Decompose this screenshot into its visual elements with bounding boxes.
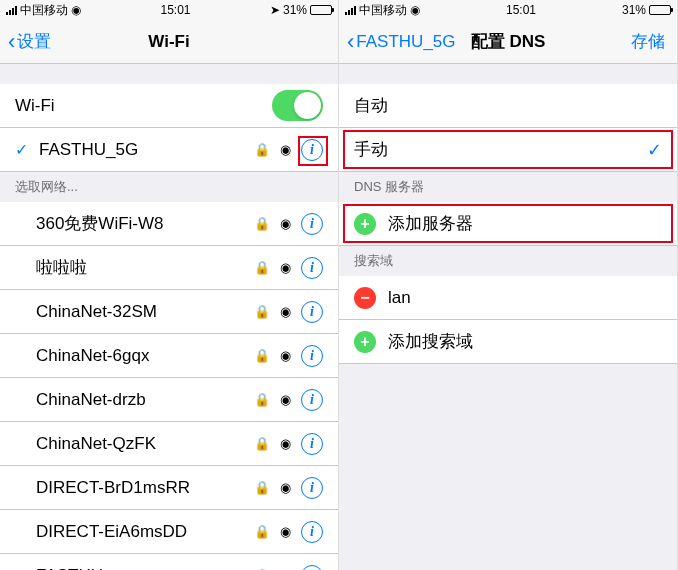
add-domain-label: 添加搜索域 xyxy=(388,330,662,353)
dns-servers-header: DNS 服务器 xyxy=(339,172,677,202)
carrier-label: 中国移动 xyxy=(20,2,68,19)
wifi-settings-screen: 中国移动 ◉ 15:01 ➤ 31% ‹ 设置 Wi-Fi Wi-Fi ✓ FA… xyxy=(0,0,339,570)
wifi-icon: ◉ xyxy=(280,436,291,451)
info-icon[interactable]: i xyxy=(301,257,323,279)
signal-icon xyxy=(345,5,356,15)
nav-bar: ‹ 设置 Wi-Fi xyxy=(0,20,338,64)
save-button[interactable]: 存储 xyxy=(631,30,665,53)
network-name: DIRECT-EiA6msDD xyxy=(36,522,254,542)
info-icon[interactable]: i xyxy=(301,521,323,543)
back-button[interactable]: ‹ FASTHU_5G xyxy=(347,31,456,53)
network-name: 360免费WiFi-W8 xyxy=(36,212,254,235)
wifi-toggle[interactable] xyxy=(272,90,323,121)
info-icon[interactable]: i xyxy=(301,139,323,161)
wifi-toggle-row[interactable]: Wi-Fi xyxy=(0,84,338,128)
manual-label: 手动 xyxy=(354,138,647,161)
domain-label: lan xyxy=(388,288,662,308)
lock-icon: 🔒 xyxy=(254,480,270,495)
wifi-status-icon: ◉ xyxy=(410,3,420,17)
add-icon: + xyxy=(354,331,376,353)
battery-icon xyxy=(310,5,332,15)
network-row[interactable]: DIRECT-BrD1msRR 🔒◉i xyxy=(0,466,338,510)
dns-manual-row[interactable]: 手动 ✓ xyxy=(339,128,677,172)
battery-percent: 31% xyxy=(622,3,646,17)
status-bar: 中国移动 ◉ 15:01 ➤ 31% xyxy=(0,0,338,20)
remove-icon[interactable]: − xyxy=(354,287,376,309)
network-name: FASTHU xyxy=(36,566,254,571)
wifi-icon: ◉ xyxy=(280,480,291,495)
time-label: 15:01 xyxy=(506,3,536,17)
search-domain-row[interactable]: − lan xyxy=(339,276,677,320)
connected-network-row[interactable]: ✓ FASTHU_5G 🔒 ◉ i xyxy=(0,128,338,172)
content: 自动 手动 ✓ DNS 服务器 + 添加服务器 搜索域 − lan + 添加搜索… xyxy=(339,64,677,570)
chevron-left-icon: ‹ xyxy=(347,31,354,53)
network-row[interactable]: DIRECT-EiA6msDD 🔒◉i xyxy=(0,510,338,554)
network-row[interactable]: ChinaNet-QzFK 🔒◉i xyxy=(0,422,338,466)
checkmark-icon: ✓ xyxy=(15,140,35,159)
content: Wi-Fi ✓ FASTHU_5G 🔒 ◉ i 选取网络... 360免费WiF… xyxy=(0,64,338,570)
add-search-domain-row[interactable]: + 添加搜索域 xyxy=(339,320,677,364)
add-server-label: 添加服务器 xyxy=(388,212,662,235)
checkmark-icon: ✓ xyxy=(647,139,662,161)
info-icon[interactable]: i xyxy=(301,213,323,235)
choose-network-header: 选取网络... xyxy=(0,172,338,202)
page-title: 配置 DNS xyxy=(471,30,546,53)
wifi-label: Wi-Fi xyxy=(15,96,272,116)
time-label: 15:01 xyxy=(160,3,190,17)
wifi-icon: ◉ xyxy=(280,348,291,363)
lock-icon: 🔒 xyxy=(254,348,270,363)
network-name: 啦啦啦 xyxy=(36,256,254,279)
connected-network-name: FASTHU_5G xyxy=(39,140,254,160)
back-label: FASTHU_5G xyxy=(356,32,455,52)
wifi-status-icon: ◉ xyxy=(71,3,81,17)
wifi-icon: ◉ xyxy=(280,392,291,407)
wifi-icon: ◉ xyxy=(280,216,291,231)
back-button[interactable]: ‹ 设置 xyxy=(8,30,51,53)
wifi-icon: ◉ xyxy=(280,524,291,539)
info-icon[interactable]: i xyxy=(301,345,323,367)
lock-icon: 🔒 xyxy=(254,216,270,231)
network-row[interactable]: ChinaNet-6gqx 🔒◉i xyxy=(0,334,338,378)
network-row[interactable]: FASTHU 🔒◉i xyxy=(0,554,338,570)
info-icon[interactable]: i xyxy=(301,389,323,411)
lock-icon: 🔒 xyxy=(254,142,270,157)
network-name: DIRECT-BrD1msRR xyxy=(36,478,254,498)
location-icon: ➤ xyxy=(270,3,280,17)
network-name: ChinaNet-32SM xyxy=(36,302,254,322)
network-name: ChinaNet-QzFK xyxy=(36,434,254,454)
info-icon[interactable]: i xyxy=(301,301,323,323)
network-name: ChinaNet-6gqx xyxy=(36,346,254,366)
wifi-icon: ◉ xyxy=(280,142,291,157)
carrier-label: 中国移动 xyxy=(359,2,407,19)
network-row[interactable]: ChinaNet-drzb 🔒◉i xyxy=(0,378,338,422)
lock-icon: 🔒 xyxy=(254,524,270,539)
signal-icon xyxy=(6,5,17,15)
add-server-row[interactable]: + 添加服务器 xyxy=(339,202,677,246)
battery-percent: 31% xyxy=(283,3,307,17)
auto-label: 自动 xyxy=(354,94,662,117)
page-title: Wi-Fi xyxy=(148,32,189,52)
network-row[interactable]: ChinaNet-32SM 🔒◉i xyxy=(0,290,338,334)
nav-bar: ‹ FASTHU_5G 配置 DNS 存储 xyxy=(339,20,677,64)
dns-config-screen: 中国移动 ◉ 15:01 31% ‹ FASTHU_5G 配置 DNS 存储 自… xyxy=(339,0,678,570)
lock-icon: 🔒 xyxy=(254,304,270,319)
battery-icon xyxy=(649,5,671,15)
dns-auto-row[interactable]: 自动 xyxy=(339,84,677,128)
info-icon[interactable]: i xyxy=(301,477,323,499)
wifi-icon: ◉ xyxy=(280,260,291,275)
network-row[interactable]: 啦啦啦 🔒◉i xyxy=(0,246,338,290)
wifi-icon: ◉ xyxy=(280,304,291,319)
add-icon: + xyxy=(354,213,376,235)
lock-icon: 🔒 xyxy=(254,260,270,275)
lock-icon: 🔒 xyxy=(254,436,270,451)
back-label: 设置 xyxy=(17,30,51,53)
info-icon[interactable]: i xyxy=(301,565,323,571)
info-icon[interactable]: i xyxy=(301,433,323,455)
lock-icon: 🔒 xyxy=(254,392,270,407)
chevron-left-icon: ‹ xyxy=(8,31,15,53)
network-name: ChinaNet-drzb xyxy=(36,390,254,410)
network-row[interactable]: 360免费WiFi-W8 🔒◉i xyxy=(0,202,338,246)
status-bar: 中国移动 ◉ 15:01 31% xyxy=(339,0,677,20)
search-domains-header: 搜索域 xyxy=(339,246,677,276)
